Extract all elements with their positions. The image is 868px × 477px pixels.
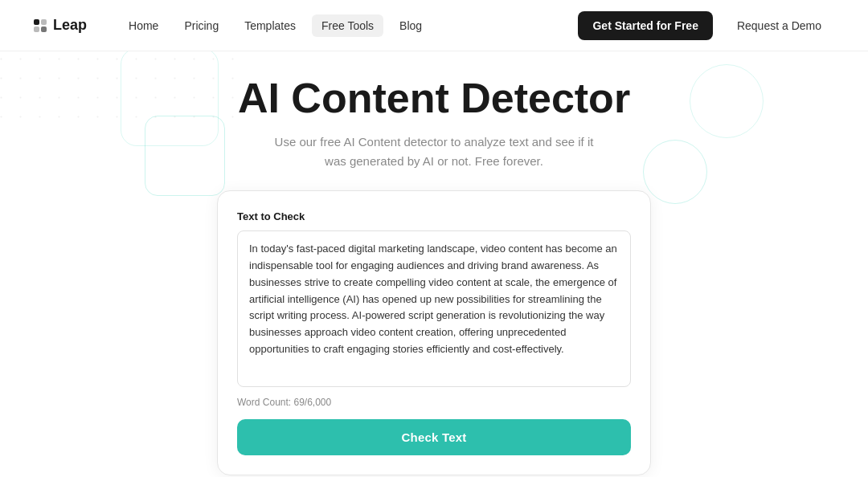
check-text-button[interactable]: Check Text — [237, 419, 631, 455]
logo-icon — [32, 18, 48, 34]
textarea-label: Text to Check — [237, 210, 631, 222]
nav-links: Home Pricing Templates Free Tools Blog — [119, 14, 578, 37]
nav-free-tools[interactable]: Free Tools — [312, 14, 383, 37]
get-started-button[interactable]: Get Started for Free — [578, 11, 712, 40]
svg-rect-5 — [41, 26, 47, 32]
nav-blog[interactable]: Blog — [390, 14, 432, 37]
deco-card-right — [643, 140, 707, 204]
svg-rect-4 — [34, 26, 39, 32]
main-content: AI Content Detector Use our free AI Cont… — [0, 51, 868, 477]
nav-pricing[interactable]: Pricing — [174, 14, 228, 37]
logo[interactable]: Leap — [32, 17, 87, 34]
svg-rect-2 — [34, 19, 39, 25]
text-to-check-input[interactable] — [237, 230, 631, 387]
logo-text: Leap — [53, 17, 87, 34]
svg-rect-3 — [41, 19, 47, 25]
page-title: AI Content Detector — [238, 75, 630, 121]
nav-templates[interactable]: Templates — [235, 14, 305, 37]
deco-card-left — [145, 116, 225, 196]
navbar: Leap Home Pricing Templates Free Tools B… — [0, 0, 868, 51]
word-count-display: Word Count: 69/6,000 — [237, 397, 631, 408]
page-subtitle: Use our free AI Content detector to anal… — [265, 132, 603, 171]
tool-card: Text to Check Word Count: 69/6,000 Check… — [217, 190, 651, 475]
nav-actions: Get Started for Free Request a Demo — [578, 11, 836, 40]
textarea-wrapper — [237, 230, 631, 390]
nav-home[interactable]: Home — [119, 14, 168, 37]
request-demo-button[interactable]: Request a Demo — [723, 11, 836, 40]
